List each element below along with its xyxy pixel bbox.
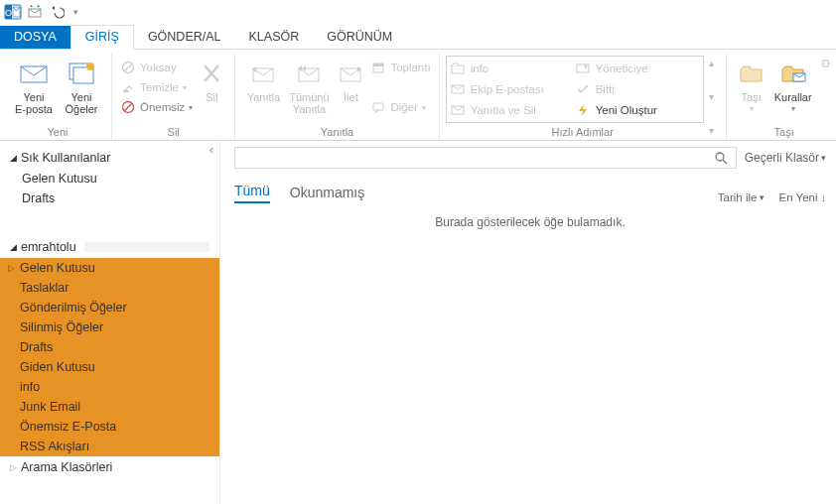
folder-rss[interactable]: RSS Akışları bbox=[0, 437, 219, 456]
account-folders: Gelen Kutusu Taslaklar Gönderilmiş Öğele… bbox=[0, 258, 219, 456]
cleanup-label: Temizle bbox=[140, 81, 179, 93]
tab-sendreceive[interactable]: GÖNDER/AL bbox=[134, 26, 235, 49]
replyall-label: Tümünü Yanıtla bbox=[289, 91, 329, 115]
move-button[interactable]: Taşı ▾ bbox=[733, 56, 770, 121]
sendreceive-icon[interactable] bbox=[26, 3, 44, 21]
reply-delete-icon bbox=[451, 103, 465, 117]
more-respond-label: Diğer bbox=[390, 101, 417, 113]
new-email-button[interactable]: Yeni E-posta bbox=[10, 56, 58, 121]
quickstep-info[interactable]: info bbox=[451, 59, 570, 78]
svg-rect-21 bbox=[373, 103, 383, 110]
new-items-icon bbox=[66, 58, 97, 89]
tab-folder[interactable]: KLASÖR bbox=[235, 26, 314, 49]
ignore-button[interactable]: Yoksay bbox=[118, 58, 195, 77]
quickstep-tomgr[interactable]: Yöneticiye bbox=[576, 59, 695, 78]
delete-label: Sil bbox=[206, 91, 217, 103]
search-folders-header[interactable]: ▷ Arama Klasörleri bbox=[0, 456, 219, 478]
fav-drafts[interactable]: Drafts bbox=[0, 189, 219, 208]
redacted-area bbox=[84, 242, 209, 252]
folder-sent[interactable]: Gönderilmiş Öğeler bbox=[0, 298, 219, 317]
folder-spam[interactable]: Önemsiz E-Posta bbox=[0, 417, 219, 437]
rules-button[interactable]: Kurallar ▾ bbox=[770, 56, 816, 121]
caret-right-icon: ▷ bbox=[10, 462, 17, 472]
tab-view[interactable]: GÖRÜNÜM bbox=[313, 26, 406, 49]
sort-order-label: En Yeni bbox=[778, 191, 817, 203]
folder-inbox[interactable]: Gelen Kutusu bbox=[0, 258, 219, 278]
message-list-pane: Geçerli Klasör ▾ Tümü Okunmamış Tarih il… bbox=[220, 141, 836, 504]
forward-button[interactable]: İlet bbox=[333, 56, 368, 121]
reply-label: Yanıtla bbox=[247, 91, 280, 103]
forward-label: İlet bbox=[344, 91, 358, 103]
replyall-button[interactable]: Tümünü Yanıtla bbox=[285, 56, 333, 121]
meeting-icon bbox=[370, 60, 386, 75]
ribbon: Yeni E-posta Yeni Öğeler Yeni Yoksay Tem… bbox=[0, 50, 836, 141]
group-label-move: Taşı bbox=[727, 126, 836, 138]
filter-row: Tümü Okunmamış Tarih ile ▾ En Yeni ↓ bbox=[234, 183, 826, 207]
favorites-header[interactable]: ◢ Sık Kullanılanlar bbox=[0, 147, 219, 169]
folder-info[interactable]: info bbox=[0, 377, 219, 397]
folder-junk[interactable]: Junk Email bbox=[0, 397, 219, 417]
app-icon: O bbox=[4, 3, 22, 21]
meeting-button[interactable]: Toplantı bbox=[368, 58, 432, 77]
more-respond-button[interactable]: Diğer ▾ bbox=[368, 97, 432, 117]
gallery-up-icon[interactable]: ▴ bbox=[704, 58, 720, 68]
undo-icon[interactable] bbox=[48, 3, 66, 21]
tab-home[interactable]: GİRİŞ bbox=[70, 25, 134, 50]
move-label: Taşı bbox=[742, 91, 762, 103]
folder-deleted[interactable]: Silinmiş Öğeler bbox=[0, 317, 219, 337]
svg-text:O: O bbox=[5, 8, 12, 18]
search-folders-label: Arama Klasörleri bbox=[21, 460, 112, 474]
mail-team-icon bbox=[451, 82, 465, 96]
filter-all[interactable]: Tümü bbox=[234, 183, 270, 203]
ribbon-group-respond: Yanıtla Tümünü Yanıtla İlet Toplantı Diğ… bbox=[235, 54, 439, 140]
fav-inbox[interactable]: Gelen Kutusu bbox=[0, 169, 219, 189]
cleanup-button[interactable]: Temizle ▾ bbox=[118, 77, 195, 97]
search-box[interactable] bbox=[234, 147, 737, 169]
collapse-pane-icon[interactable]: ‹ bbox=[209, 143, 213, 157]
search-icon[interactable] bbox=[712, 151, 730, 165]
ignore-icon bbox=[120, 60, 136, 75]
ribbon-tabs: DOSYA GİRİŞ GÖNDER/AL KLASÖR GÖRÜNÜM bbox=[0, 24, 836, 50]
delete-icon bbox=[196, 58, 227, 89]
search-input[interactable] bbox=[241, 151, 712, 165]
tab-file[interactable]: DOSYA bbox=[0, 26, 70, 49]
quickstep-new[interactable]: Yeni Oluştur bbox=[576, 100, 695, 120]
delete-button[interactable]: Sil bbox=[195, 56, 228, 121]
forward-mgr-icon bbox=[576, 62, 590, 75]
mail-icon bbox=[18, 58, 50, 89]
junk-label: Önemsiz bbox=[140, 101, 185, 113]
new-email-label: Yeni E-posta bbox=[15, 91, 53, 115]
account-header[interactable]: ◢ emrahtolu bbox=[0, 236, 219, 258]
im-icon bbox=[370, 99, 386, 115]
folder-outbox[interactable]: Giden Kutusu bbox=[0, 357, 219, 377]
quicksteps-gallery[interactable]: info Ekip E-postası Yanıtla ve Sil Yönet… bbox=[446, 56, 704, 123]
sort-order[interactable]: En Yeni ↓ bbox=[778, 191, 826, 203]
svg-rect-25 bbox=[577, 64, 589, 72]
onenote-button[interactable]: O bbox=[816, 56, 836, 121]
junk-button[interactable]: Önemsiz ▾ bbox=[118, 97, 195, 117]
filter-unread[interactable]: Okunmamış bbox=[290, 185, 364, 203]
search-scope[interactable]: Geçerli Klasör ▾ bbox=[745, 151, 826, 165]
meeting-label: Toplantı bbox=[390, 62, 430, 73]
ribbon-group-move: Taşı ▾ Kurallar ▾ O Taşı bbox=[727, 54, 836, 140]
svg-rect-22 bbox=[452, 65, 464, 73]
reply-button[interactable]: Yanıtla bbox=[241, 56, 285, 121]
svg-rect-11 bbox=[123, 90, 129, 92]
replyall-icon bbox=[293, 58, 325, 89]
rules-icon bbox=[777, 58, 809, 89]
group-label-new: Yeni bbox=[4, 126, 111, 138]
lightning-icon bbox=[576, 103, 590, 117]
sort-by[interactable]: Tarih ile ▾ bbox=[718, 191, 766, 203]
quickstep-replydel[interactable]: Yanıtla ve Sil bbox=[451, 100, 570, 120]
caret-down-icon: ◢ bbox=[10, 153, 17, 163]
qat-customize-icon[interactable]: ▾ bbox=[70, 3, 81, 21]
folder-taslaklar[interactable]: Taslaklar bbox=[0, 278, 219, 298]
gallery-down-icon[interactable]: ▾ bbox=[704, 91, 720, 102]
svg-line-28 bbox=[723, 160, 727, 164]
quickstep-team[interactable]: Ekip E-postası bbox=[451, 79, 570, 99]
cleanup-icon bbox=[120, 79, 136, 95]
new-items-button[interactable]: Yeni Öğeler bbox=[58, 56, 105, 121]
quickstep-done[interactable]: Bitti bbox=[576, 79, 695, 99]
svg-line-13 bbox=[124, 103, 132, 111]
folder-drafts[interactable]: Drafts bbox=[0, 337, 219, 357]
